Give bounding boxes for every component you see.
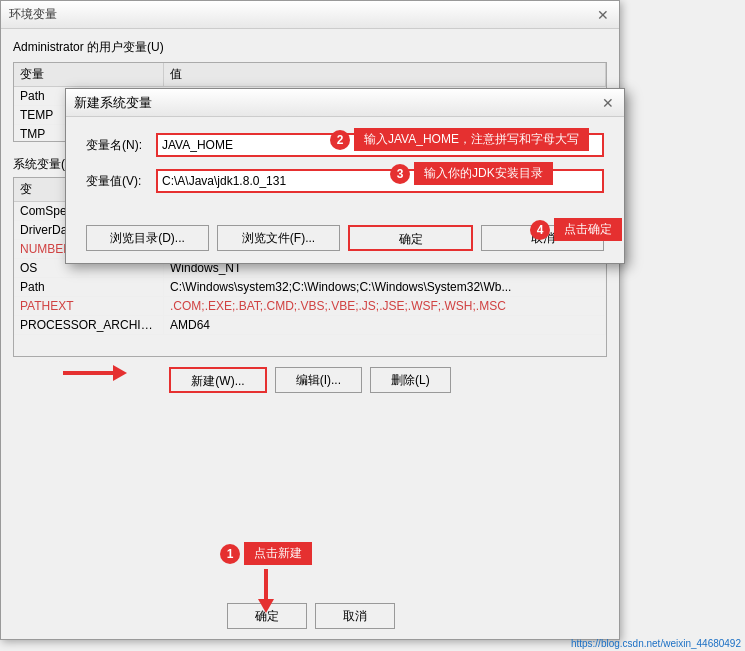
new-var-ok-button[interactable]: 确定 [348,225,473,251]
system-table-row[interactable]: PATHEXT .COM;.EXE;.BAT;.CMD;.VBS;.VBE;.J… [14,297,606,316]
sys-row-var-5: PATHEXT [14,297,164,315]
sys-row-var-4: Path [14,278,164,296]
new-var-form-buttons: 浏览目录(D)... 浏览文件(F)... 确定 取消 [66,217,624,263]
new-system-var-button[interactable]: 新建(W)... [169,367,266,393]
outer-dialog-close-button[interactable]: ✕ [595,7,611,23]
var-name-label: 变量名(N): [86,137,156,154]
outer-dialog-titlebar: 环境变量 ✕ [1,1,619,29]
var-value-input[interactable] [156,169,604,193]
var-name-row: 变量名(N): [86,133,604,157]
new-var-close-button[interactable]: ✕ [600,95,616,111]
new-var-dialog: 新建系统变量 ✕ 变量名(N): 变量值(V): 浏览目录(D)... 浏览文件… [65,88,625,264]
var-value-row: 变量值(V): [86,169,604,193]
new-var-dialog-title: 新建系统变量 [74,94,152,112]
system-table-row[interactable]: Path C:\Windows\system32;C:\Windows;C:\W… [14,278,606,297]
user-header-val: 值 [164,63,606,86]
delete-system-var-button[interactable]: 删除(L) [370,367,451,393]
sys-row-val-4: C:\Windows\system32;C:\Windows;C:\Window… [164,278,606,296]
sys-row-val-6: AMD64 [164,316,606,334]
system-var-buttons: 新建(W)... 编辑(I)... 删除(L) [13,367,607,393]
user-header-var: 变量 [14,63,164,86]
new-var-cancel-button[interactable]: 取消 [481,225,604,251]
user-table-header: 变量 值 [14,63,606,87]
outer-dialog-bottom-buttons: 确定 取消 [1,603,621,629]
outer-ok-button[interactable]: 确定 [227,603,307,629]
sys-row-var-6: PROCESSOR_ARCHITECT... [14,316,164,334]
browse-dir-button[interactable]: 浏览目录(D)... [86,225,209,251]
watermark: https://blog.csdn.net/weixin_44680492 [571,638,741,649]
outer-cancel-button[interactable]: 取消 [315,603,395,629]
browse-file-button[interactable]: 浏览文件(F)... [217,225,340,251]
system-table-row[interactable]: PROCESSOR_ARCHITECT... AMD64 [14,316,606,335]
var-value-label: 变量值(V): [86,173,156,190]
new-var-titlebar: 新建系统变量 ✕ [66,89,624,117]
new-var-form: 变量名(N): 变量值(V): [66,117,624,217]
edit-system-var-button[interactable]: 编辑(I)... [275,367,362,393]
user-section-label: Administrator 的用户变量(U) [13,39,607,56]
sys-row-val-5: .COM;.EXE;.BAT;.CMD;.VBS;.VBE;.JS;.JSE;.… [164,297,606,315]
outer-dialog-title: 环境变量 [9,6,57,23]
var-name-input[interactable] [156,133,604,157]
